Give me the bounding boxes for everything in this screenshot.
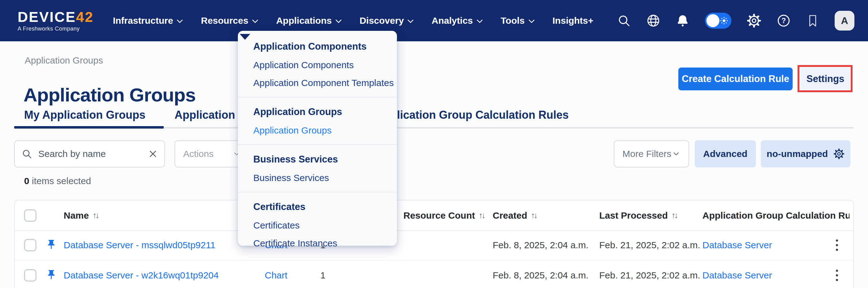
tab-application-group-calculation-rules[interactable]: Application Group Calculation Rules [375, 109, 569, 121]
menu-item-application-groups[interactable]: Application Groups [238, 121, 397, 139]
last-processed-value: Feb. 21, 2025, 2:02 a.m. [599, 240, 700, 250]
column-header-resource-count[interactable]: Resource Count↑↓ [403, 210, 484, 221]
nav-item-applications[interactable]: Applications [276, 15, 342, 26]
navbar-actions: ? A [617, 0, 855, 41]
globe-icon[interactable] [646, 13, 660, 28]
column-header-calculation-rule[interactable]: Application Group Calculation Rule [703, 210, 849, 221]
menu-section-header: Application Groups [238, 102, 397, 121]
nav-label: Tools [501, 15, 525, 26]
table-row: Database Server - w2k16wq01tp9204 Chart … [15, 260, 853, 288]
avatar[interactable]: A [835, 11, 855, 31]
column-label: Application Group Calculation Rule [703, 210, 849, 221]
menu-caret [240, 34, 250, 40]
row-checkbox[interactable] [24, 269, 36, 282]
main-nav: Infrastructure Resources Applications Di… [113, 15, 593, 26]
column-header-name[interactable]: Name↑↓ [64, 210, 98, 221]
sort-icon[interactable]: ↑↓ [93, 211, 98, 220]
nav-item-infrastructure[interactable]: Infrastructure [113, 15, 183, 26]
column-label: Last Processed [599, 210, 668, 221]
menu-section-header: Application Components [238, 37, 397, 56]
resource-count-value: 1 [320, 270, 326, 281]
sort-icon[interactable]: ↑↓ [672, 211, 677, 220]
clear-search-icon[interactable] [148, 149, 158, 158]
application-group-link[interactable]: Database Server - mssqlwd05tp9211 [64, 240, 215, 250]
nav-item-discovery[interactable]: Discovery [360, 15, 413, 26]
selected-count: 0 [24, 176, 29, 186]
table-header-row: Name↑↓ Resource Count↑↓ Created↑↓ Last P… [15, 201, 853, 231]
nav-item-tools[interactable]: Tools [501, 15, 535, 26]
search-icon[interactable] [617, 14, 631, 28]
help-icon[interactable]: ? [777, 13, 791, 28]
select-all-checkbox[interactable] [24, 209, 36, 222]
menu-item-business-services[interactable]: Business Services [238, 169, 397, 187]
applications-dropdown-menu: Application Components Application Compo… [238, 31, 397, 246]
pin-icon[interactable] [46, 239, 57, 250]
gear-icon[interactable] [747, 13, 761, 28]
search-input[interactable] [38, 148, 143, 159]
svg-text:?: ? [781, 16, 786, 25]
sort-icon[interactable]: ↑↓ [531, 211, 536, 220]
chevron-down-icon [336, 20, 342, 24]
row-menu-kebab-icon[interactable] [834, 238, 840, 253]
column-label: Resource Count [403, 210, 475, 221]
advanced-label: Advanced [703, 149, 747, 159]
page-title: Application Groups [24, 84, 195, 106]
logo-accent: 42 [76, 9, 94, 25]
logo-tagline: A Freshworks Company [18, 26, 94, 31]
actions-label: Actions [183, 149, 213, 159]
nav-item-insights[interactable]: Insights+ [553, 15, 594, 26]
application-group-link[interactable]: Database Server - w2k16wq01tp9204 [64, 270, 219, 280]
sort-icon[interactable]: ↑↓ [479, 211, 484, 220]
tab-my-application-groups[interactable]: My Application Groups [24, 109, 146, 121]
menu-section-header: Business Services [238, 150, 397, 169]
breadcrumb: Application Groups [25, 55, 103, 66]
saved-filter-no-unmapped-button[interactable]: no-unmapped [761, 140, 850, 168]
search-icon [22, 149, 32, 159]
gear-icon[interactable] [833, 148, 844, 159]
selection-status: 0 items selected [24, 176, 91, 186]
menu-item-certificates[interactable]: Certificates [238, 216, 397, 235]
menu-item-application-components[interactable]: Application Components [238, 56, 397, 74]
column-header-last-processed[interactable]: Last Processed↑↓ [599, 210, 677, 221]
device42-logo[interactable]: DEVICE42 A Freshworks Company [18, 10, 94, 31]
chart-link[interactable]: Chart [265, 270, 287, 280]
nav-label: Infrastructure [113, 15, 173, 26]
chevron-down-icon [477, 20, 483, 24]
calculation-rule-link[interactable]: Database Server [703, 240, 772, 250]
theme-toggle[interactable] [705, 13, 732, 29]
created-value: Feb. 8, 2025, 2:04 a.m. [493, 270, 588, 281]
nav-item-resources[interactable]: Resources [201, 15, 258, 26]
search-box [14, 140, 165, 168]
nav-item-analytics[interactable]: Analytics [432, 15, 483, 26]
row-checkbox[interactable] [24, 239, 36, 251]
saved-filter-label: no-unmapped [767, 149, 828, 159]
calculation-rule-link[interactable]: Database Server [703, 270, 772, 280]
menu-section-header: Certificates [238, 197, 397, 216]
column-label: Created [493, 210, 527, 221]
nav-label: Insights+ [553, 15, 594, 26]
top-navbar: DEVICE42 A Freshworks Company Infrastruc… [0, 0, 868, 41]
sun-icon [719, 16, 729, 26]
device42-application-groups-page: DEVICE42 A Freshworks Company Infrastruc… [0, 0, 868, 288]
bell-icon[interactable] [676, 14, 689, 28]
menu-item-application-component-templates[interactable]: Application Component Templates [238, 74, 397, 92]
pin-icon[interactable] [46, 269, 57, 280]
nav-label: Resources [201, 15, 248, 26]
bookmark-icon[interactable] [806, 13, 819, 28]
settings-button[interactable]: Settings [801, 68, 850, 89]
chevron-down-icon [177, 20, 183, 24]
create-calculation-rule-button[interactable]: Create Calculation Rule [678, 68, 793, 91]
more-filters-dropdown[interactable]: More Filters [614, 140, 689, 168]
chevron-down-icon [407, 20, 413, 24]
column-header-created[interactable]: Created↑↓ [493, 210, 536, 221]
chevron-down-icon [529, 20, 535, 24]
nav-label: Discovery [360, 15, 404, 26]
chevron-down-icon [252, 20, 258, 24]
nav-label: Applications [276, 15, 332, 26]
row-menu-kebab-icon[interactable] [834, 268, 840, 283]
active-tab-indicator [14, 126, 164, 129]
selected-text: items selected [32, 176, 91, 186]
advanced-filter-button[interactable]: Advanced [695, 140, 756, 168]
menu-item-certificate-instances[interactable]: Certificate Instances [238, 235, 397, 252]
menu-divider [238, 192, 397, 192]
